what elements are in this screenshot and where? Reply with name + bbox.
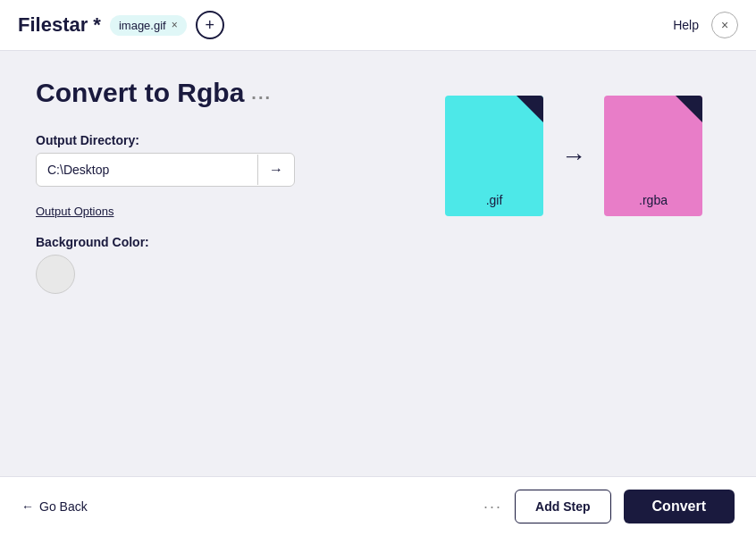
source-file-card: .gif xyxy=(445,96,543,216)
app-title: Filestar * xyxy=(18,13,101,37)
go-back-label: Go Back xyxy=(39,499,88,514)
header-left: Filestar * image.gif × + xyxy=(18,11,224,39)
arrow-icon: → xyxy=(561,142,586,171)
target-file-card: .rgba xyxy=(604,96,702,216)
conversion-illustration: .gif → .rgba xyxy=(445,96,702,216)
close-button[interactable]: × xyxy=(711,12,738,38)
add-file-button[interactable]: + xyxy=(196,11,224,39)
source-file-corner xyxy=(517,96,543,122)
header: Filestar * image.gif × + Help × xyxy=(0,0,756,51)
directory-input-wrapper: → xyxy=(36,153,295,187)
target-file-body: .rgba xyxy=(604,96,702,216)
directory-input[interactable] xyxy=(37,154,257,186)
go-back-button[interactable]: ← Go Back xyxy=(21,499,88,514)
output-options-wrapper: Output Options xyxy=(36,203,375,219)
main-content: Convert to Rgba ... Output Directory: → … xyxy=(0,51,756,476)
header-right: Help × xyxy=(673,12,738,38)
file-chip-label: image.gif xyxy=(119,19,166,32)
chip-close-icon[interactable]: × xyxy=(172,20,178,30)
background-color-label: Background Color: xyxy=(36,235,375,249)
output-directory-field: Output Directory: → xyxy=(36,133,375,187)
target-file-corner xyxy=(676,96,702,122)
conversion-arrow: → xyxy=(561,142,586,171)
title-dots-icon: ... xyxy=(251,83,272,104)
file-chip: image.gif × xyxy=(110,15,187,36)
add-step-button[interactable]: Add Step xyxy=(515,490,610,523)
page-title-text: Convert to Rgba xyxy=(36,78,244,108)
back-arrow-icon: ← xyxy=(21,499,34,514)
background-color-swatch[interactable] xyxy=(36,255,75,294)
help-link[interactable]: Help xyxy=(673,18,699,32)
footer: ← Go Back ··· Add Step Convert xyxy=(0,476,756,536)
output-options-link[interactable]: Output Options xyxy=(36,205,113,218)
output-directory-label: Output Directory: xyxy=(36,133,375,147)
directory-browse-button[interactable]: → xyxy=(257,155,294,185)
form-section: Output Directory: → Output Options Backg… xyxy=(36,133,375,294)
more-options-icon[interactable]: ··· xyxy=(483,498,502,516)
target-file-label: .rgba xyxy=(639,193,668,207)
convert-button[interactable]: Convert xyxy=(624,490,735,523)
footer-right: ··· Add Step Convert xyxy=(483,490,735,523)
background-color-field: Background Color: xyxy=(36,235,375,294)
source-file-body: .gif xyxy=(445,96,543,216)
source-file-label: .gif xyxy=(486,193,503,207)
